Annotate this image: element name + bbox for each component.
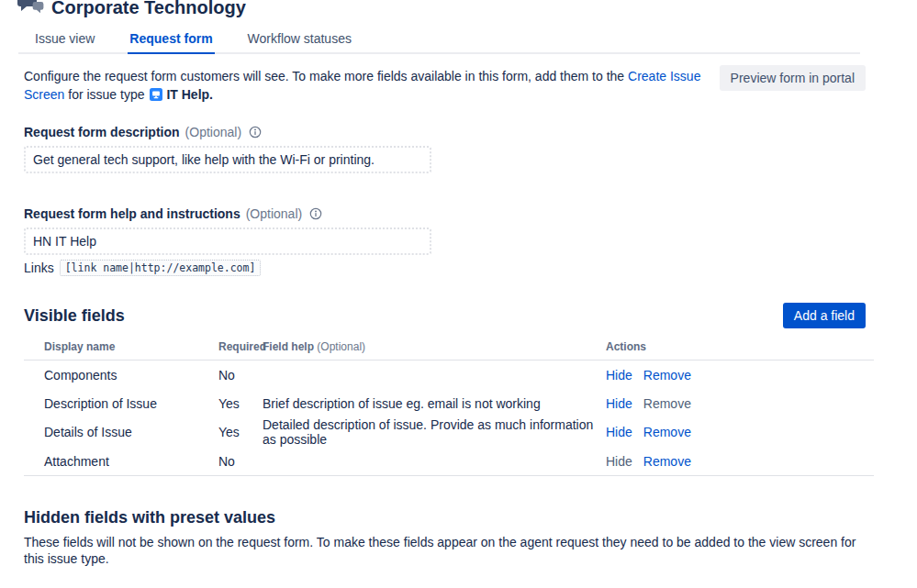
help-instructions-label-row: Request form help and instructions (Opti… [24,206,866,221]
remove-link[interactable]: Remove [643,396,691,411]
tab-request-form[interactable]: Request form [128,28,214,54]
visible-fields-table-header: Display name Required Field help (Option… [24,337,874,361]
visible-fields-header: Visible fields Add a field [24,303,866,328]
links-syntax-example: [link name|http://example.com] [60,260,262,276]
links-syntax-hint: Links [link name|http://example.com] [24,260,866,276]
hide-link[interactable]: Hide [606,396,632,411]
hidden-fields-table-header: Name Preset value Actions [24,583,874,588]
tab-issue-view[interactable]: Issue view [33,28,96,54]
add-a-field-button[interactable]: Add a field [783,303,866,328]
table-row-details-of-issue: Details of Issue Yes Detailed descriptio… [24,417,874,447]
field-required: No [218,454,263,469]
field-required: No [218,368,263,383]
description-info-icon[interactable] [249,126,262,139]
intro-text-after: for issue type [64,87,144,102]
page-title: Corporate Technology [51,0,246,17]
intro-text-before: Configure the request form customers wil… [24,69,628,83]
column-actions: Actions [606,340,646,353]
remove-link[interactable]: Remove [643,368,691,383]
tab-workflow-statuses[interactable]: Workflow statuses [246,28,353,54]
preview-form-in-portal-button[interactable]: Preview form in portal [720,65,866,91]
request-form-description-input[interactable]: Get general tech support, like help with… [24,146,431,173]
field-help: Detailed description of issue. Provide a… [263,417,606,447]
field-help: Brief description of issue eg. email is … [263,396,606,411]
request-form-settings-page: Corporate Technology Issue view Request … [0,0,866,588]
hidden-fields-title: Hidden fields with preset values [24,508,275,527]
field-name: Components [44,368,218,383]
tab-bar: Issue view Request form Workflow statuse… [18,28,860,54]
request-form-description-label: Request form description [24,125,180,139]
field-name: Description of Issue [44,396,218,411]
hidden-fields-description: These fields will not be shown on the re… [24,534,866,567]
it-help-issue-type-icon [150,87,162,105]
column-field-help: Field help (Optional) [263,340,606,353]
hide-link[interactable]: Hide [606,368,632,383]
project-avatar-speech-bubbles-icon [17,0,46,17]
remove-link[interactable]: Remove [643,425,691,439]
help-optional-tag: (Optional) [246,206,302,221]
help-instructions-label: Request form help and instructions [24,206,240,221]
intro-text: Configure the request form customers wil… [24,65,720,105]
hidden-fields-table: Name Preset value Actions Labels Edit va… [24,583,874,588]
intro-row: Configure the request form customers wil… [24,65,866,105]
visible-fields-title: Visible fields [24,306,125,326]
field-name: Attachment [44,454,218,469]
table-row-components: Components No Hide Remove [24,361,874,389]
hide-link[interactable]: Hide [606,454,632,469]
visible-fields-table: Display name Required Field help (Option… [24,337,874,476]
column-required: Required [218,340,263,353]
table-row-description-of-issue: Description of Issue Yes Brief descripti… [24,389,874,417]
hidden-fields-header: Hidden fields with preset values [24,508,866,527]
request-form-description-label-row: Request form description (Optional) [24,125,866,139]
issue-type-name: IT Help [166,87,209,102]
column-display-name: Display name [44,340,218,353]
intro-period: . [209,87,213,102]
field-name: Details of Issue [44,425,218,439]
table-row-attachment: Attachment No Hide Remove [24,447,874,475]
description-optional-tag: (Optional) [185,125,241,139]
hide-link[interactable]: Hide [606,425,632,439]
field-required: Yes [218,425,263,439]
help-instructions-input[interactable]: HN IT Help [24,227,431,255]
help-info-icon[interactable] [309,207,322,220]
field-required: Yes [218,396,263,411]
page-header: Corporate Technology [17,0,866,17]
remove-link[interactable]: Remove [643,454,691,469]
column-field-help-optional: (Optional) [317,340,365,353]
links-label: Links [24,261,54,275]
